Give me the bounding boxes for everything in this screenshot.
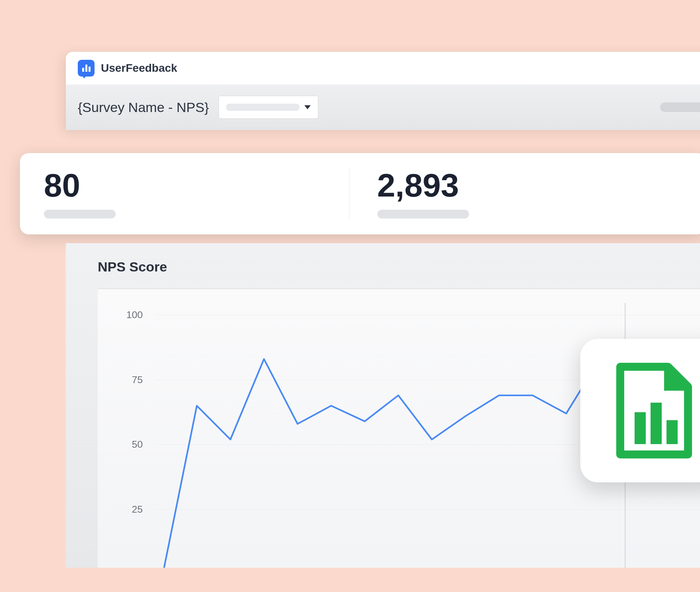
logo-icon (78, 60, 95, 77)
app-window: UserFeedback {Survey Name - NPS} (66, 52, 700, 130)
dropdown-placeholder (226, 104, 300, 111)
stat-label-placeholder (44, 210, 116, 218)
y-tick: 50 (132, 439, 143, 450)
y-tick: 100 (126, 309, 143, 320)
brand-name: UserFeedback (101, 62, 177, 75)
survey-name-title: {Survey Name - NPS} (78, 100, 209, 115)
stat-label-placeholder (377, 210, 469, 218)
stat-value: 80 (44, 169, 349, 202)
stat-value: 2,893 (377, 169, 682, 202)
chevron-down-icon (304, 105, 311, 109)
toolbar-action-placeholder (660, 102, 700, 112)
svg-rect-4 (635, 412, 646, 444)
stat-block-responses: 2,893 (349, 169, 682, 218)
y-tick: 25 (132, 504, 143, 515)
app-header: UserFeedback (66, 52, 700, 85)
document-icon-card (580, 339, 700, 482)
spreadsheet-chart-icon (612, 363, 692, 458)
toolbar: {Survey Name - NPS} (66, 85, 700, 130)
svg-rect-5 (651, 403, 662, 444)
svg-rect-6 (666, 420, 678, 444)
survey-dropdown[interactable] (219, 96, 318, 119)
stats-row: 80 2,893 (20, 153, 700, 234)
y-tick: 75 (132, 374, 143, 385)
chart-title: NPS Score (98, 259, 700, 275)
stat-block-nps: 80 (44, 169, 349, 218)
